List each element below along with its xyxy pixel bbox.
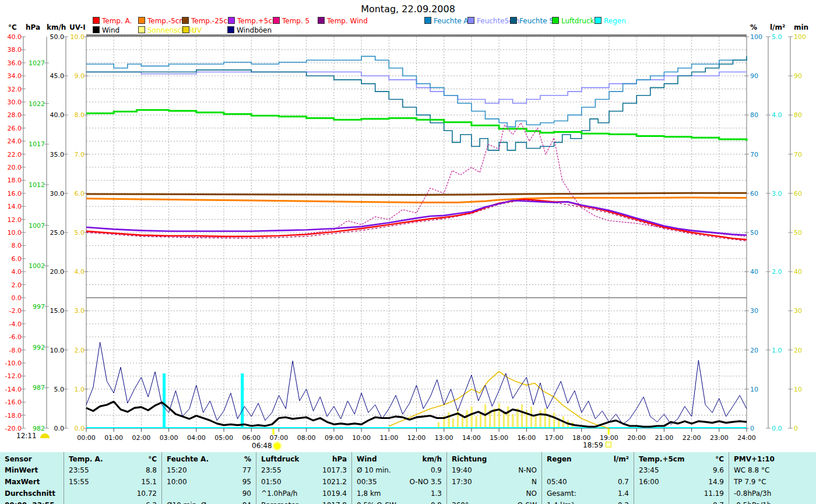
svg-text:40.0: 40.0 bbox=[8, 33, 22, 41]
table-cell: 15:2077 bbox=[162, 464, 256, 476]
svg-text:38.0: 38.0 bbox=[8, 46, 22, 54]
table-header: Temp. A.°C bbox=[64, 452, 161, 464]
svg-text:2.0: 2.0 bbox=[772, 268, 782, 276]
svg-text:10: 10 bbox=[794, 386, 802, 393]
svg-text:30: 30 bbox=[750, 307, 758, 315]
table-column-temp-5cm: Temp.+5cm°C23:459.616:0014.911.190.7 bbox=[634, 452, 729, 504]
svg-text:3.0: 3.0 bbox=[772, 190, 782, 198]
svg-text:14.0: 14.0 bbox=[8, 203, 22, 210]
svg-text:80: 80 bbox=[750, 111, 758, 119]
table-cell: 10:0095 bbox=[162, 476, 256, 488]
table-cell: 15:5515.1 bbox=[64, 476, 161, 488]
svg-text:-2.0: -2.0 bbox=[9, 307, 22, 315]
table-cell: 6.3 bbox=[64, 499, 161, 504]
table-header: LuftdruckhPa bbox=[256, 452, 351, 464]
svg-text:40: 40 bbox=[794, 268, 802, 276]
svg-text:40.0: 40.0 bbox=[50, 111, 65, 119]
svg-text:70: 70 bbox=[794, 151, 802, 158]
table-cell: 1,8 km1.3 bbox=[352, 488, 446, 499]
axes: 40.038.036.034.032.030.028.026.024.022.0… bbox=[5, 33, 806, 442]
svg-text:3.0: 3.0 bbox=[75, 307, 85, 315]
svg-text:997: 997 bbox=[33, 303, 45, 311]
svg-text:50: 50 bbox=[750, 229, 758, 237]
sensor-statistics-table: SensorMinWertMaxWertDurchschnitt00:00- 2… bbox=[0, 452, 816, 504]
table-cell: 90 bbox=[162, 488, 256, 499]
svg-text:15.0: 15.0 bbox=[50, 307, 65, 315]
svg-text:21:00: 21:00 bbox=[655, 434, 674, 442]
svg-text:06:00: 06:00 bbox=[242, 434, 261, 442]
svg-text:90: 90 bbox=[794, 72, 802, 80]
svg-text:02:00: 02:00 bbox=[132, 434, 151, 442]
svg-text:07:00: 07:00 bbox=[270, 434, 289, 442]
table-cell: 1.4 l/m²0.3 bbox=[542, 499, 634, 504]
svg-text:100: 100 bbox=[794, 33, 806, 41]
svg-text:1.0: 1.0 bbox=[772, 347, 782, 354]
svg-text:03:00: 03:00 bbox=[160, 434, 178, 442]
svg-text:100: 100 bbox=[750, 33, 762, 41]
svg-text:4.0: 4.0 bbox=[12, 268, 22, 276]
svg-text:2.0: 2.0 bbox=[12, 281, 22, 289]
svg-text:17:00: 17:00 bbox=[545, 434, 564, 442]
svg-text:40: 40 bbox=[750, 268, 758, 276]
svg-text:0.0: 0.0 bbox=[75, 425, 85, 432]
table-cell: Ø 10 min.0.9 bbox=[352, 464, 446, 476]
svg-text:14:00: 14:00 bbox=[462, 434, 481, 442]
svg-text:24.0: 24.0 bbox=[8, 138, 22, 145]
table-column-richtung: Richtung19:40N-NO17:30NNO360°O-SW bbox=[446, 452, 541, 504]
svg-text:5.0: 5.0 bbox=[772, 33, 782, 41]
table-column-feuchte-a-: Feuchte A.%15:207710:009590Ø10 min. Ø84 bbox=[161, 452, 256, 504]
table-cell: 17:30N bbox=[447, 476, 541, 488]
table-header: Temp.+5cm°C bbox=[634, 452, 729, 464]
svg-text:90: 90 bbox=[750, 72, 758, 80]
svg-text:36.0: 36.0 bbox=[8, 59, 22, 67]
table-cell: 01:501021.2 bbox=[256, 476, 351, 488]
svg-text:30: 30 bbox=[794, 307, 802, 315]
table-cell: 00:35O-NO 3.5 bbox=[352, 476, 446, 488]
svg-text:987: 987 bbox=[33, 384, 45, 392]
svg-text:5.0: 5.0 bbox=[54, 386, 65, 393]
svg-text:18.0: 18.0 bbox=[8, 177, 22, 184]
table-cell: ^1.0hPa/h1019.4 bbox=[256, 488, 351, 499]
weather-app-window: { "title": "Montag, 22.09.2008", "marker… bbox=[0, 0, 816, 504]
table-cell: 05:400.7 bbox=[542, 476, 634, 488]
svg-text:20: 20 bbox=[794, 347, 802, 354]
table-cell: MinWert bbox=[0, 464, 64, 476]
sunrise-sun-icon bbox=[274, 443, 280, 449]
svg-text:1002: 1002 bbox=[29, 262, 45, 270]
svg-text:0.0: 0.0 bbox=[54, 425, 65, 432]
svg-text:28.0: 28.0 bbox=[8, 111, 22, 119]
sunset-time-label: 18:59 bbox=[583, 441, 611, 449]
svg-text:10: 10 bbox=[750, 386, 758, 393]
rain-bars bbox=[86, 373, 747, 428]
svg-text:12.0: 12.0 bbox=[8, 216, 22, 224]
table-column-regen: Regenl/m²05:400.7Gesamt:1.41.4 l/m²0.3 bbox=[541, 452, 634, 504]
svg-text:1017: 1017 bbox=[29, 140, 45, 148]
table-cell: MaxWert bbox=[0, 476, 64, 488]
svg-text:20.0: 20.0 bbox=[50, 268, 65, 276]
svg-text:34.0: 34.0 bbox=[8, 72, 22, 80]
svg-text:00:00: 00:00 bbox=[77, 434, 96, 442]
sunrise-time-label: 06:48 bbox=[252, 442, 280, 450]
table-cell: WC 8.8 °C bbox=[729, 464, 816, 476]
svg-text:16.0: 16.0 bbox=[8, 190, 22, 198]
svg-text:-8.0: -8.0 bbox=[9, 347, 22, 354]
svg-text:35.0: 35.0 bbox=[50, 151, 65, 158]
svg-text:1027: 1027 bbox=[29, 59, 45, 67]
table-column-temp-a-: Temp. A.°C23:558.815:5515.110.726.3 bbox=[64, 452, 161, 504]
svg-text:30.0: 30.0 bbox=[8, 98, 22, 106]
table-cell: 16:0014.9 bbox=[634, 476, 729, 488]
svg-text:0: 0 bbox=[794, 425, 798, 432]
svg-text:-10.0: -10.0 bbox=[5, 360, 22, 367]
svg-text:25.0: 25.0 bbox=[50, 229, 65, 237]
svg-text:-18.0: -18.0 bbox=[5, 412, 22, 420]
svg-text:8.0: 8.0 bbox=[75, 111, 85, 119]
chart-svg: 40.038.036.034.032.030.028.026.024.022.0… bbox=[0, 0, 816, 454]
table-cell: 10.72 bbox=[64, 488, 161, 499]
svg-text:70: 70 bbox=[750, 151, 758, 158]
svg-text:6.0: 6.0 bbox=[75, 190, 85, 198]
svg-text:23:00: 23:00 bbox=[710, 434, 729, 442]
svg-text:26.0: 26.0 bbox=[8, 125, 22, 132]
svg-text:10.0: 10.0 bbox=[8, 229, 22, 237]
table-header: PMV+1:10 bbox=[729, 452, 816, 464]
table-header: Regenl/m² bbox=[542, 452, 634, 464]
